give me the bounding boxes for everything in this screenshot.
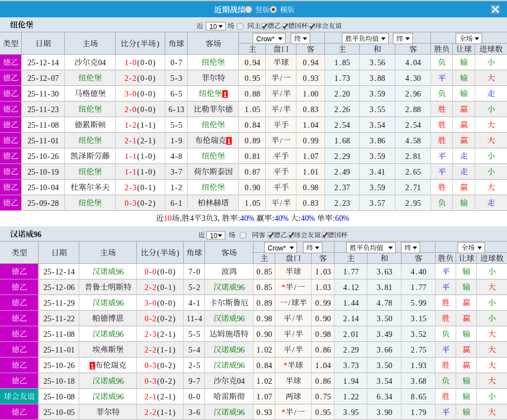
svg-text::40%: :40% bbox=[299, 214, 315, 223]
svg-text:2.20: 2.20 bbox=[334, 90, 350, 98]
svg-text:0.98: 0.98 bbox=[315, 330, 331, 339]
svg-text:96: 96 bbox=[116, 393, 123, 401]
svg-text:0.99: 0.99 bbox=[303, 137, 318, 145]
svg-text:2.37: 2.37 bbox=[334, 184, 350, 192]
svg-text:1.00: 1.00 bbox=[303, 90, 318, 98]
svg-text:/: / bbox=[280, 90, 282, 98]
svg-text:25-10-26: 25-10-26 bbox=[44, 361, 75, 370]
svg-text:(: ( bbox=[157, 249, 160, 258]
svg-text:(: ( bbox=[137, 40, 140, 49]
svg-text:2.65: 2.65 bbox=[405, 168, 421, 176]
svg-text:7-0: 7-0 bbox=[188, 268, 200, 276]
svg-text:2-2: 2-2 bbox=[145, 283, 156, 292]
svg-text:2-2: 2-2 bbox=[145, 346, 156, 354]
svg-text:2.54: 2.54 bbox=[334, 121, 350, 129]
svg-text:96: 96 bbox=[116, 299, 123, 307]
svg-text:3.95: 3.95 bbox=[343, 408, 359, 417]
svg-text:Crow*: Crow* bbox=[268, 244, 286, 252]
svg-text:(1-0): (1-0) bbox=[137, 152, 155, 161]
svg-text:(0-1): (0-1) bbox=[137, 184, 155, 192]
svg-text:3-7: 3-7 bbox=[170, 168, 182, 176]
svg-text:2.75: 2.75 bbox=[410, 346, 426, 354]
svg-text:1.03: 1.03 bbox=[315, 283, 331, 292]
svg-text:2.14: 2.14 bbox=[343, 315, 359, 323]
svg-text:3.59: 3.59 bbox=[370, 90, 385, 98]
svg-text:2.71: 2.71 bbox=[405, 184, 421, 192]
svg-text:1.02: 1.02 bbox=[256, 377, 272, 385]
svg-text:*: * bbox=[281, 283, 285, 292]
svg-text:0.84: 0.84 bbox=[256, 361, 272, 370]
svg-text:0.94: 0.94 bbox=[303, 59, 318, 67]
svg-text:25-10-19: 25-10-19 bbox=[27, 168, 59, 176]
svg-text:(1-1): (1-1) bbox=[137, 121, 155, 130]
svg-text:(0-2): (0-2) bbox=[137, 199, 155, 208]
svg-text:3.63: 3.63 bbox=[376, 268, 392, 276]
svg-text:(2-1): (2-1) bbox=[157, 330, 175, 339]
svg-text:2-3: 2-3 bbox=[125, 184, 136, 192]
svg-text:1.93: 1.93 bbox=[410, 361, 426, 370]
svg-text:4.30: 4.30 bbox=[405, 74, 421, 83]
svg-text:1.77: 1.77 bbox=[410, 283, 426, 292]
svg-text:3-0: 3-0 bbox=[145, 299, 156, 307]
svg-text:0.95: 0.95 bbox=[245, 74, 260, 83]
svg-text:25-11-08: 25-11-08 bbox=[27, 121, 59, 129]
svg-text::60%: :60% bbox=[333, 214, 350, 223]
svg-text:0.89: 0.89 bbox=[245, 137, 260, 145]
svg-text:6.34: 6.34 bbox=[376, 393, 392, 401]
svg-text:(1-1): (1-1) bbox=[157, 408, 175, 417]
svg-text:(0-0): (0-0) bbox=[157, 299, 175, 308]
svg-text:2.95: 2.95 bbox=[405, 199, 421, 207]
svg-text:1.04: 1.04 bbox=[315, 361, 331, 370]
svg-text:5.99: 5.99 bbox=[410, 299, 426, 307]
svg-text:/: / bbox=[288, 299, 290, 307]
svg-text:1.01: 1.01 bbox=[303, 168, 318, 176]
svg-text:4.12: 4.12 bbox=[343, 283, 359, 292]
svg-text:2-3: 2-3 bbox=[145, 330, 156, 339]
svg-text:3: 3 bbox=[202, 214, 205, 223]
svg-text:0.98: 0.98 bbox=[303, 184, 318, 192]
svg-text:3.56: 3.56 bbox=[370, 59, 385, 67]
svg-text:(0-1): (0-1) bbox=[157, 283, 175, 292]
svg-text:(0-0): (0-0) bbox=[137, 74, 155, 83]
svg-text:1-1: 1-1 bbox=[125, 152, 136, 161]
svg-text:04: 04 bbox=[237, 377, 245, 385]
svg-text:2-1: 2-1 bbox=[145, 393, 156, 401]
svg-text:0.88: 0.88 bbox=[245, 90, 260, 98]
svg-text:3.55: 3.55 bbox=[370, 105, 385, 114]
svg-text:2.81: 2.81 bbox=[405, 152, 421, 161]
svg-text:/: / bbox=[292, 346, 294, 354]
svg-text:25-11-08: 25-11-08 bbox=[44, 330, 75, 339]
svg-text:10: 10 bbox=[164, 214, 171, 223]
svg-text:1.68: 1.68 bbox=[334, 137, 350, 145]
svg-text:1.07: 1.07 bbox=[303, 152, 318, 161]
svg-text:3.90: 3.90 bbox=[376, 408, 392, 417]
svg-text:3.50: 3.50 bbox=[376, 315, 392, 323]
svg-text:0.90: 0.90 bbox=[245, 184, 260, 192]
svg-text:(0-2): (0-2) bbox=[157, 377, 175, 386]
svg-text:3.59: 3.59 bbox=[370, 152, 385, 161]
svg-text:3.68: 3.68 bbox=[410, 377, 426, 385]
svg-text:): ) bbox=[176, 249, 179, 258]
svg-text:0.85: 0.85 bbox=[256, 268, 272, 276]
svg-text:25-11-29: 25-11-29 bbox=[44, 299, 75, 307]
svg-text:5-3: 5-3 bbox=[170, 74, 182, 83]
svg-text:2.49: 2.49 bbox=[334, 168, 350, 176]
svg-text:2.29: 2.29 bbox=[334, 152, 350, 161]
svg-text:3-0: 3-0 bbox=[125, 90, 136, 98]
svg-text:(0-2): (0-2) bbox=[157, 361, 175, 370]
svg-text:0-0: 0-0 bbox=[188, 393, 200, 401]
svg-text:0-2: 0-2 bbox=[145, 315, 156, 323]
svg-text:0.89: 0.89 bbox=[256, 299, 272, 307]
svg-text:/: / bbox=[292, 315, 294, 323]
svg-text:1-1: 1-1 bbox=[125, 168, 136, 176]
svg-text:3.81: 3.81 bbox=[376, 283, 392, 292]
svg-text:0.81: 0.81 bbox=[245, 152, 260, 161]
svg-text:1.94: 1.94 bbox=[343, 377, 359, 385]
svg-text:/: / bbox=[280, 199, 282, 207]
svg-text:5-4: 5-4 bbox=[188, 346, 200, 354]
svg-text:25-11-30: 25-11-30 bbox=[27, 90, 59, 98]
svg-text:/: / bbox=[280, 74, 282, 83]
svg-text:0.93: 0.93 bbox=[303, 74, 318, 83]
svg-text:96: 96 bbox=[237, 361, 245, 370]
svg-text:0-7: 0-7 bbox=[170, 59, 182, 67]
